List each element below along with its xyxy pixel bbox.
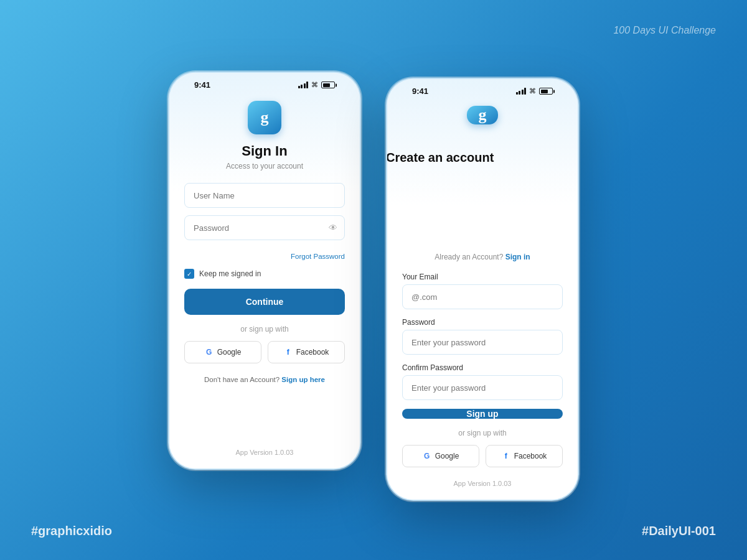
already-text: Already an Account?: [435, 253, 503, 261]
google-icon: G: [205, 348, 214, 357]
email-label: Your Email: [402, 273, 563, 281]
password-group: Password: [402, 318, 563, 355]
confirm-password-input[interactable]: [402, 375, 563, 400]
wifi-icon: ⌘: [311, 81, 318, 89]
confirm-label: Confirm Password: [402, 363, 563, 372]
logo-letter-right: g: [479, 106, 487, 124]
status-bar-right: 9:41 ⌘: [402, 79, 563, 101]
app-version-right: App Version 1.0.03: [454, 480, 512, 487]
keep-signed-row: ✓ Keep me signed in: [184, 269, 345, 279]
signin-subtitle: Access to your account: [226, 162, 303, 170]
password-input-right[interactable]: [402, 330, 563, 355]
social-buttons-left: G Google f Facebook: [184, 341, 345, 363]
google-button-left[interactable]: G Google: [184, 341, 261, 363]
signin-title: Sign In: [242, 143, 287, 159]
keep-signed-checkbox[interactable]: ✓: [184, 269, 194, 279]
confirm-password-group: Confirm Password: [402, 363, 563, 400]
bottom-right-tag: #DailyUI-001: [642, 524, 716, 538]
facebook-label-right: Facebook: [514, 452, 547, 460]
phone-signin: 9:41 ⌘ g Sig: [168, 72, 361, 470]
facebook-button-right[interactable]: f Facebook: [486, 445, 563, 467]
app-logo-right: g: [467, 106, 498, 124]
email-input[interactable]: [402, 284, 563, 309]
bottom-left-tag: #graphicxidio: [31, 524, 112, 538]
or-text-left: or sign up with: [240, 325, 288, 334]
logo-letter-left: g: [261, 108, 269, 127]
battery-icon-right: [539, 88, 553, 95]
time-left: 9:41: [194, 80, 210, 90]
keep-signed-label: Keep me signed in: [199, 269, 261, 278]
status-icons-left: ⌘: [298, 81, 336, 89]
google-button-right[interactable]: G Google: [402, 445, 479, 467]
google-icon-right: G: [423, 452, 431, 460]
password-label-right: Password: [402, 318, 563, 327]
check-icon: ✓: [187, 271, 192, 278]
signup-button[interactable]: Sign up: [402, 409, 563, 419]
signup-link-row: Don't have an Account? Sign up here: [204, 376, 325, 383]
phones-container: 9:41 ⌘ g Sig: [168, 59, 579, 501]
signal-icon-right: [516, 88, 527, 95]
facebook-button-left[interactable]: f Facebook: [268, 341, 345, 363]
forgot-password-link[interactable]: Forgot Password: [184, 250, 345, 261]
already-account-row: Already an Account? Sign in: [435, 253, 530, 261]
battery-icon: [321, 82, 335, 88]
signin-link[interactable]: Sign in: [505, 253, 530, 261]
facebook-icon: f: [284, 348, 293, 357]
or-text-right: or sign up with: [458, 429, 506, 437]
continue-button[interactable]: Continue: [184, 289, 345, 315]
password-input[interactable]: [184, 215, 345, 240]
app-version-left: App Version 1.0.03: [236, 449, 294, 456]
signup-here-link[interactable]: Sign up here: [281, 376, 325, 383]
time-right: 9:41: [412, 86, 428, 96]
google-label-left: Google: [217, 348, 242, 357]
create-account-title: Create an account: [386, 151, 579, 250]
password-field: 👁: [184, 215, 345, 240]
challenge-label: 100 Days UI Challenge: [613, 25, 716, 36]
social-buttons-right: G Google f Facebook: [402, 445, 563, 467]
username-input[interactable]: [184, 183, 345, 208]
phone-create-account: 9:41 ⌘ g Cre: [386, 78, 579, 501]
google-label-right: Google: [435, 452, 459, 460]
no-account-text: Don't have an Account?: [204, 376, 280, 383]
facebook-label-left: Facebook: [296, 348, 329, 357]
app-logo-left: g: [248, 101, 281, 134]
signal-icon: [298, 82, 309, 88]
facebook-icon-right: f: [502, 452, 510, 460]
email-group: Your Email: [402, 273, 563, 309]
eye-icon[interactable]: 👁: [329, 223, 337, 233]
wifi-icon-right: ⌘: [529, 87, 536, 95]
status-icons-right: ⌘: [516, 87, 553, 95]
forgot-password-anchor[interactable]: Forgot Password: [291, 253, 345, 260]
username-field: [184, 183, 345, 208]
status-bar-left: 9:41 ⌘: [184, 73, 345, 95]
